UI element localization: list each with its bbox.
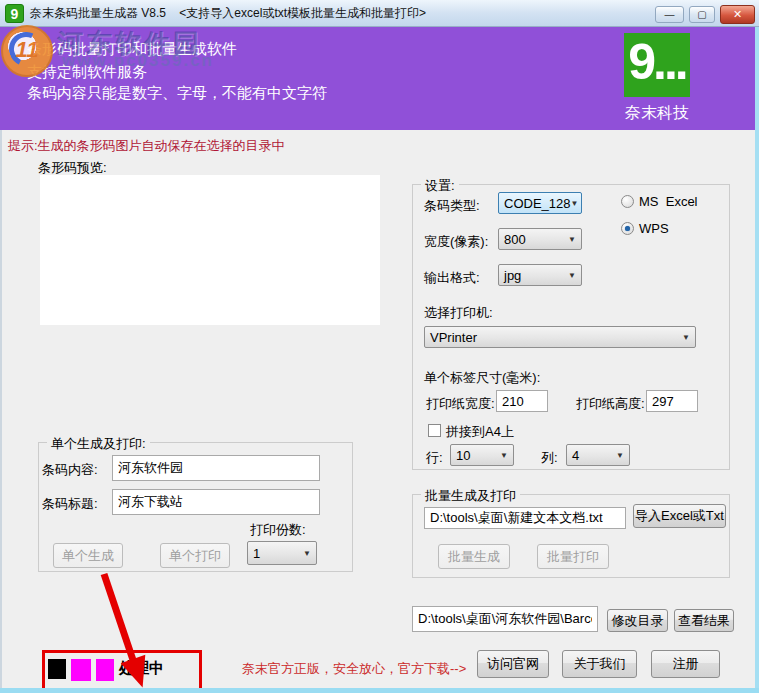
brand-logo: 9... [624, 33, 690, 97]
app-window: 9 奈末条码批量生成器 V8.5 <支持导入excel或txt模板批量生成和批量… [0, 0, 759, 693]
paper-height-input[interactable] [646, 390, 698, 412]
rows-select[interactable]: 10 ▼ [450, 444, 514, 466]
processing-status-text: 处理中 [119, 659, 164, 678]
register-button[interactable]: 注册 [651, 650, 720, 678]
about-us-button[interactable]: 关于我们 [562, 650, 637, 678]
cols-value: 4 [572, 448, 579, 463]
format-value: jpg [504, 268, 521, 283]
tip-text: 提示:生成的条形码图片自动保存在选择的目录中 [8, 137, 285, 155]
settings-legend: 设置: [421, 177, 459, 195]
paper-width-label: 打印纸宽度: [426, 395, 495, 413]
batch-generate-button[interactable]: 批量生成 [438, 544, 510, 569]
barcode-title-label: 条码标题: [42, 495, 98, 513]
promo-text: 奈末官方正版，安全放心，官方下载--> [242, 660, 466, 678]
chevron-down-icon: ▼ [568, 235, 576, 244]
app-icon: 9 [5, 4, 24, 23]
single-generate-button[interactable]: 单个生成 [53, 543, 123, 568]
minimize-button[interactable]: — [655, 6, 684, 23]
status-swatch-black [48, 659, 66, 679]
barcode-content-label: 条码内容: [42, 461, 98, 479]
single-print-button[interactable]: 单个打印 [160, 543, 230, 568]
chevron-down-icon: ▼ [303, 549, 311, 558]
watermark-logo-icon [1, 25, 53, 77]
width-label: 宽度(像素): [424, 233, 488, 251]
copies-value: 1 [253, 546, 260, 561]
format-label: 输出格式: [424, 269, 480, 287]
brand-caption: 奈末科技 [616, 103, 698, 124]
modify-dir-button[interactable]: 修改目录 [607, 609, 668, 632]
title-bar: 9 奈末条码批量生成器 V8.5 <支持导入excel或txt模板批量生成和批量… [0, 0, 759, 27]
batch-path-input[interactable] [424, 507, 626, 529]
view-result-button[interactable]: 查看结果 [674, 609, 734, 632]
batch-legend: 批量生成及打印 [421, 487, 520, 505]
printer-value: VPrinter [430, 330, 477, 345]
status-swatch-magenta-1 [71, 659, 91, 681]
paper-height-label: 打印纸高度: [576, 395, 645, 413]
format-select[interactable]: jpg ▼ [498, 264, 582, 286]
window-border-right [755, 27, 759, 693]
chevron-down-icon: ▼ [570, 199, 578, 208]
copies-select[interactable]: 1 ▼ [247, 541, 317, 565]
cols-select[interactable]: 4 ▼ [566, 444, 630, 466]
window-border-left [0, 130, 2, 688]
barcode-type-label: 条码类型: [424, 197, 480, 215]
visit-official-site-button[interactable]: 访问官网 [477, 650, 549, 678]
rows-label: 行: [426, 449, 443, 467]
copies-label: 打印份数: [250, 521, 306, 539]
printer-select[interactable]: VPrinter ▼ [424, 326, 696, 348]
import-excel-txt-button[interactable]: 导入Excel或Txt [633, 504, 726, 528]
chevron-down-icon: ▼ [682, 333, 690, 342]
close-button[interactable]: ✕ [720, 5, 755, 24]
barcode-type-select[interactable]: CODE_128 ▼ [498, 192, 582, 214]
width-value: 800 [504, 232, 526, 247]
a4-checkbox-label: 拼接到A4上 [446, 423, 514, 441]
output-dir-input[interactable] [412, 606, 598, 632]
banner-line-3: 条码内容只能是数字、字母，不能有中文字符 [27, 84, 327, 103]
radio-wps-label: WPS [639, 221, 669, 236]
a4-checkbox[interactable] [428, 424, 441, 437]
barcode-title-input[interactable] [112, 489, 320, 515]
radio-ms-excel[interactable] [621, 195, 634, 208]
barcode-type-value: CODE_128 [504, 196, 570, 211]
rows-value: 10 [456, 448, 470, 463]
radio-wps[interactable] [621, 222, 634, 235]
window-title: 奈末条码批量生成器 V8.5 <支持导入excel或txt模板批量生成和批量打印… [30, 0, 426, 27]
chevron-down-icon: ▼ [568, 271, 576, 280]
paper-width-input[interactable] [496, 390, 548, 412]
window-border-bottom [0, 688, 759, 693]
chevron-down-icon: ▼ [500, 451, 508, 460]
barcode-content-input[interactable] [112, 455, 320, 481]
status-swatch-magenta-2 [96, 659, 114, 681]
printer-label: 选择打印机: [424, 304, 493, 322]
maximize-button[interactable]: ▢ [689, 6, 715, 23]
radio-ms-excel-label: MS Excel [639, 194, 698, 209]
watermark-site-url: www.pc0359.cn [62, 51, 214, 71]
single-legend: 单个生成及打印: [47, 435, 150, 453]
cols-label: 列: [541, 449, 558, 467]
batch-print-button[interactable]: 批量打印 [537, 544, 609, 569]
label-size-label: 单个标签尺寸(毫米): [424, 369, 540, 387]
barcode-preview-box [40, 175, 380, 325]
chevron-down-icon: ▼ [616, 451, 624, 460]
width-select[interactable]: 800 ▼ [498, 228, 582, 250]
